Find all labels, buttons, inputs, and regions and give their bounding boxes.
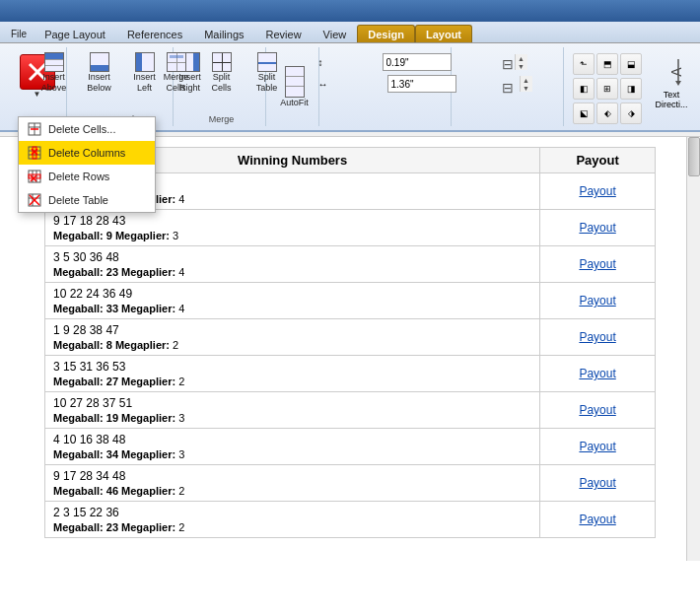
tab-review[interactable]: Review <box>255 25 313 42</box>
tab-layout[interactable]: Layout <box>415 25 472 42</box>
payout-cell: Payout <box>540 210 656 246</box>
align-middle-center-button[interactable]: ⊞ <box>596 78 618 100</box>
payout-link[interactable]: Payout <box>579 257 615 271</box>
table-row: 9 17 28 34 48Megaball: 46 Megaplier: 2Pa… <box>45 465 656 502</box>
delete-cells-item[interactable]: Delete Cells... <box>19 117 155 141</box>
megaball-text: Megaball: 33 Megaplier: <box>53 303 175 314</box>
payout-link[interactable]: Payout <box>579 403 615 417</box>
mega-line: Megaball: 23 Megaplier: 2 <box>53 521 531 533</box>
table-row: 3 5 30 36 48Megaball: 23 Megaplier: 4Pay… <box>45 246 656 283</box>
align-middle-right-button[interactable]: ◨ <box>620 78 642 100</box>
distribute-columns-button[interactable]: ⊟ <box>497 77 523 99</box>
mega-line: Megaball: 46 Megaplier: 2 <box>53 485 531 497</box>
mega-line: Megaball: 19 Megaplier: 3 <box>53 412 531 424</box>
tab-design[interactable]: Design <box>357 25 415 42</box>
numbers-line: 9 17 18 28 43 <box>53 214 531 228</box>
delete-rows-icon <box>27 169 42 184</box>
align-row-3: ⬕ ⬖ ⬗ <box>573 103 642 124</box>
ribbon-group-alignment: ⬑ ⬒ ⬓ ◧ ⊞ ◨ ⬕ ⬖ ⬗ <box>568 47 647 126</box>
mega-line: Megaball: 27 Megaplier: 2 <box>53 376 531 387</box>
delete-rows-label: Delete Rows <box>48 171 109 182</box>
scrollbar-thumb[interactable] <box>688 137 700 176</box>
megaball-text: Megaball: 23 Megaplier: <box>53 266 175 278</box>
table-row: 10 27 28 37 51Megaball: 19 Megaplier: 3P… <box>45 392 656 429</box>
align-bottom-center-button[interactable]: ⬖ <box>596 103 618 124</box>
megaball-text: Megaball: 34 Megaplier: <box>53 448 175 460</box>
distribute-cols-icon: ⊟ <box>502 80 514 96</box>
insert-above-button[interactable]: InsertAbove <box>33 49 76 114</box>
tab-references[interactable]: References <box>116 25 193 42</box>
align-top-center-button[interactable]: ⬒ <box>596 53 618 75</box>
dropdown-menu: Delete Cells... Delete Columns <box>18 116 156 213</box>
text-direction-button[interactable]: A TextDirecti... <box>648 49 695 114</box>
tab-mailings[interactable]: Mailings <box>193 25 254 42</box>
winning-numbers-cell: 10 27 28 37 51Megaball: 19 Megaplier: 3 <box>45 392 540 429</box>
numbers-line: 10 27 28 37 51 <box>53 396 531 410</box>
winning-numbers-cell: 10 22 24 36 49Megaball: 33 Megaplier: 4 <box>45 283 540 319</box>
delete-table-label: Delete Table <box>48 194 108 206</box>
delete-table-icon <box>27 192 42 208</box>
delete-columns-item[interactable]: Delete Columns <box>19 141 155 165</box>
winning-numbers-cell: 1 9 28 38 47Megaball: 8 Megaplier: 2 <box>45 319 540 356</box>
megaball-text: Megaball: 19 Megaplier: <box>53 412 175 424</box>
winning-numbers-cell: 2 3 15 22 36Megaball: 23 Megaplier: 2 <box>45 502 540 538</box>
text-direction-icon: A <box>660 54 683 90</box>
width-input-wrap: ▲ ▼ <box>387 75 456 93</box>
numbers-line: 3 5 30 36 48 <box>53 250 531 264</box>
payout-link[interactable]: Payout <box>579 184 615 198</box>
payout-link[interactable]: Payout <box>579 221 615 235</box>
vertical-scrollbar[interactable] <box>686 137 700 561</box>
text-direction-label: TextDirecti... <box>653 90 690 109</box>
distribute-controls: ⊟ ⊟ <box>493 49 526 103</box>
tab-page-layout[interactable]: Page Layout <box>34 25 116 42</box>
payout-cell: Payout <box>540 502 656 538</box>
megaball-text: Megaball: 46 Megaplier: <box>53 485 175 497</box>
payout-link[interactable]: Payout <box>579 440 615 453</box>
align-top-left-button[interactable]: ⬑ <box>573 53 595 75</box>
svg-marker-4 <box>675 81 681 86</box>
height-icon: ↕ <box>318 57 323 68</box>
distribute-rows-button[interactable]: ⊟ <box>497 53 523 75</box>
mega-line: Megaball: 8 Megaplier: 2 <box>53 339 531 351</box>
winning-numbers-cell: 9 17 28 34 48Megaball: 46 Megaplier: 2 <box>45 465 540 502</box>
payout-link[interactable]: Payout <box>579 476 615 490</box>
insert-above-label: InsertAbove <box>41 72 67 94</box>
align-middle-left-button[interactable]: ◧ <box>573 78 595 100</box>
tab-file[interactable]: File <box>4 25 34 42</box>
mega-line: Megaball: 34 Megaplier: 3 <box>53 448 531 460</box>
payout-link[interactable]: Payout <box>579 513 615 526</box>
numbers-line: 3 15 31 36 53 <box>53 360 531 374</box>
payout-cell: Payout <box>540 465 656 502</box>
payout-link[interactable]: Payout <box>579 294 615 308</box>
mega-line: Megaball: 23 Megaplier: 4 <box>53 266 531 278</box>
ribbon-group-cell-size: ↕ ▲ ▼ ↔ ▲ ▼ <box>323 47 452 126</box>
table-row: 3 15 31 36 53Megaball: 27 Megaplier: 2Pa… <box>45 356 656 392</box>
align-bottom-right-button[interactable]: ⬗ <box>620 103 642 124</box>
table-row: 9 17 18 28 43Megaball: 9 Megaplier: 3Pay… <box>45 210 656 246</box>
delete-columns-label: Delete Columns <box>48 147 125 159</box>
align-row-2: ◧ ⊞ ◨ <box>573 78 642 100</box>
insert-left-label: InsertLeft <box>133 72 156 94</box>
autofit-button[interactable]: AutoFit <box>273 49 316 124</box>
mega-line: Megaball: 9 Megaplier: 3 <box>53 230 531 241</box>
header-payout: Payout <box>540 148 656 173</box>
winning-numbers-cell: 4 10 16 38 48Megaball: 34 Megaplier: 3 <box>45 429 540 465</box>
payout-link[interactable]: Payout <box>579 367 615 380</box>
tab-view[interactable]: View <box>313 25 358 42</box>
ribbon-group-distribute: ⊟ ⊟ <box>455 47 564 126</box>
delete-table-item[interactable]: Delete Table <box>19 188 155 212</box>
numbers-line: 2 3 15 22 36 <box>53 506 531 519</box>
payout-link[interactable]: Payout <box>579 330 615 344</box>
table-row: 2 3 15 22 36Megaball: 23 Megaplier: 2Pay… <box>45 502 656 538</box>
megaball-text: Megaball: 8 Megaplier: <box>53 339 170 351</box>
megaball-text: Megaball: 27 Megaplier: <box>53 376 175 387</box>
insert-below-button[interactable]: InsertBelow <box>78 49 121 114</box>
align-bottom-left-button[interactable]: ⬕ <box>573 103 595 124</box>
align-top-right-button[interactable]: ⬓ <box>620 53 642 75</box>
table-row: 4 10 16 38 48Megaball: 34 Megaplier: 3Pa… <box>45 429 656 465</box>
split-cells-button[interactable]: SplitCells <box>200 49 244 114</box>
delete-rows-item[interactable]: Delete Rows <box>19 165 155 188</box>
text-dir-svg: A <box>661 54 682 90</box>
insert-below-label: InsertBelow <box>87 72 111 94</box>
title-bar <box>0 0 700 22</box>
